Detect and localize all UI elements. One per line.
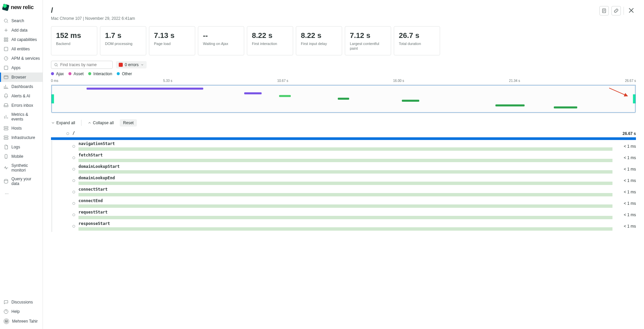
- expand-toggle-icon[interactable]: [72, 191, 75, 193]
- separator: [624, 7, 624, 15]
- link-icon: [613, 8, 619, 13]
- sidebar-item-apm-services[interactable]: APM & services: [0, 54, 43, 63]
- expand-toggle-icon[interactable]: [72, 214, 75, 216]
- sidebar-item-hosts[interactable]: Hosts: [0, 124, 43, 133]
- metric-card[interactable]: 152 msBackend: [51, 26, 97, 55]
- metric-value: 7.12 s: [350, 31, 386, 40]
- sidebar-item-metrics-events[interactable]: Metrics & events: [0, 110, 43, 124]
- waterfall-row[interactable]: responseStart< 1 ms: [51, 221, 636, 232]
- sidebar-item-help[interactable]: Help: [0, 307, 43, 316]
- metric-card[interactable]: 8.22 sFirst input delay: [296, 26, 342, 55]
- sidebar-item-errors-inbox[interactable]: Errors inbox: [0, 101, 43, 110]
- metric-card[interactable]: 7.12 sLargest contentful paint: [345, 26, 391, 55]
- help-icon: [3, 309, 9, 314]
- waterfall-row[interactable]: connectStart< 1 ms: [51, 186, 636, 198]
- waterfall-row[interactable]: fetchStart< 1 ms: [51, 152, 636, 163]
- sidebar-item-apps[interactable]: Apps: [0, 63, 43, 73]
- reset-button[interactable]: Reset: [120, 119, 137, 127]
- sidebar-item-discussions[interactable]: Discussions: [0, 297, 43, 307]
- minimap-handle-left[interactable]: [51, 94, 54, 103]
- copy-link-button[interactable]: [611, 6, 621, 15]
- sidebar-item-add-data[interactable]: Add data: [0, 26, 43, 35]
- waterfall-event-bar: [78, 216, 612, 219]
- errors-label: 0 errors: [125, 62, 139, 67]
- sidebar-nav-bottom: DiscussionsHelp M Mehreen Tahir: [0, 297, 43, 326]
- expand-all-button[interactable]: Expand all: [51, 121, 75, 125]
- sidebar-item-search[interactable]: Search: [0, 16, 43, 26]
- waterfall-row[interactable]: connectEnd< 1 ms: [51, 198, 636, 209]
- expand-toggle-icon[interactable]: [72, 145, 75, 148]
- grid-icon: [3, 37, 9, 42]
- sidebar-item-mobile[interactable]: Mobile: [0, 152, 43, 161]
- sidebar-item-query[interactable]: Query your data: [0, 175, 43, 188]
- waterfall-row[interactable]: navigationStart< 1 ms: [51, 141, 636, 152]
- plus-icon: [3, 28, 9, 33]
- sidebar-item-all-capabilities[interactable]: All capabilities: [0, 35, 43, 44]
- sidebar-item-browser[interactable]: Browser: [0, 73, 43, 82]
- legend-swatch-icon: [51, 72, 54, 75]
- metric-card[interactable]: --Waiting on Ajax: [198, 26, 244, 55]
- gauge-icon: [3, 56, 9, 61]
- legend-item[interactable]: Ajax: [51, 72, 64, 76]
- expand-toggle-icon[interactable]: [72, 202, 75, 205]
- chart-icon: [3, 84, 9, 89]
- svg-rect-9: [4, 127, 8, 128]
- timeline-minimap[interactable]: [51, 85, 636, 113]
- expand-toggle-icon[interactable]: [66, 132, 69, 135]
- metric-label: First input delay: [301, 41, 337, 46]
- waterfall-root-row[interactable]: / 26.67 s: [51, 130, 636, 137]
- waterfall-event-name: connectEnd: [78, 198, 612, 204]
- metric-card[interactable]: 7.13 sPage load: [149, 26, 195, 55]
- trace-search-input[interactable]: [60, 62, 110, 67]
- svg-rect-2: [6, 38, 8, 39]
- sidebar-item-infrastructure[interactable]: Infrastructure: [0, 133, 43, 142]
- sidebar-item-label: Hosts: [11, 126, 22, 131]
- expand-toggle-icon[interactable]: [72, 168, 75, 171]
- legend-item[interactable]: Interaction: [88, 72, 112, 76]
- waterfall-row[interactable]: domainLookupStart< 1 ms: [51, 163, 636, 175]
- tree-guide: [51, 141, 57, 152]
- legend-item[interactable]: Asset: [68, 72, 84, 76]
- minimap-handle-right[interactable]: [633, 94, 636, 103]
- main-panel: / Mac Chrome 107 | November 29, 2022 6:4…: [43, 0, 644, 329]
- collapse-all-button[interactable]: Collapse all: [88, 121, 114, 125]
- trace-search[interactable]: [51, 61, 113, 69]
- expand-toggle-icon[interactable]: [72, 156, 75, 159]
- waterfall-event-bar: [78, 170, 612, 174]
- waterfall-row[interactable]: requestStart< 1 ms: [51, 209, 636, 221]
- sidebar-user[interactable]: M Mehreen Tahir: [0, 316, 43, 326]
- expand-toggle-icon[interactable]: [72, 179, 75, 182]
- sidebar-item-dashboards[interactable]: Dashboards: [0, 82, 43, 91]
- legend-label: Interaction: [93, 72, 112, 76]
- sidebar-item-label: All capabilities: [11, 37, 37, 42]
- metric-card[interactable]: 1.7 sDOM processing: [100, 26, 146, 55]
- sidebar-item-all-entities[interactable]: All entities: [0, 44, 43, 54]
- sidebar-item-label: Errors inbox: [11, 103, 33, 108]
- sidebar-item-more[interactable]: …: [0, 188, 43, 197]
- sidebar-item-label: All entities: [11, 47, 30, 51]
- sidebar-item-label: Infrastructure: [11, 135, 35, 140]
- waterfall-event-duration: < 1 ms: [612, 144, 636, 149]
- close-button[interactable]: [627, 6, 636, 15]
- expand-toggle-icon[interactable]: [72, 225, 75, 228]
- waterfall-row[interactable]: domainLookupEnd< 1 ms: [51, 175, 636, 186]
- sidebar-item-label: Discussions: [11, 300, 33, 304]
- legend-swatch-icon: [117, 72, 120, 75]
- sidebar-item-label: Add data: [11, 28, 28, 33]
- server-icon: [3, 126, 9, 131]
- errors-filter[interactable]: 0 errors: [116, 61, 147, 68]
- notes-button[interactable]: [599, 6, 609, 15]
- sidebar-item-synthetic[interactable]: Synthetic monitori: [0, 161, 43, 175]
- logo[interactable]: new relic: [0, 0, 43, 16]
- avatar: M: [3, 318, 9, 324]
- metric-card[interactable]: 8.22 sFirst interaction: [247, 26, 293, 55]
- annotation-arrow-icon: [607, 87, 631, 98]
- metric-value: 7.13 s: [154, 31, 190, 40]
- metric-card[interactable]: 26.7 sTotal duration: [394, 26, 440, 55]
- sidebar-item-logs[interactable]: Logs: [0, 142, 43, 152]
- waterfall-event-name: requestStart: [78, 209, 612, 215]
- server-icon: [3, 135, 9, 140]
- legend-item[interactable]: Other: [117, 72, 132, 76]
- sidebar-item-alerts-ai[interactable]: Alerts & AI: [0, 91, 43, 101]
- svg-rect-10: [4, 129, 8, 130]
